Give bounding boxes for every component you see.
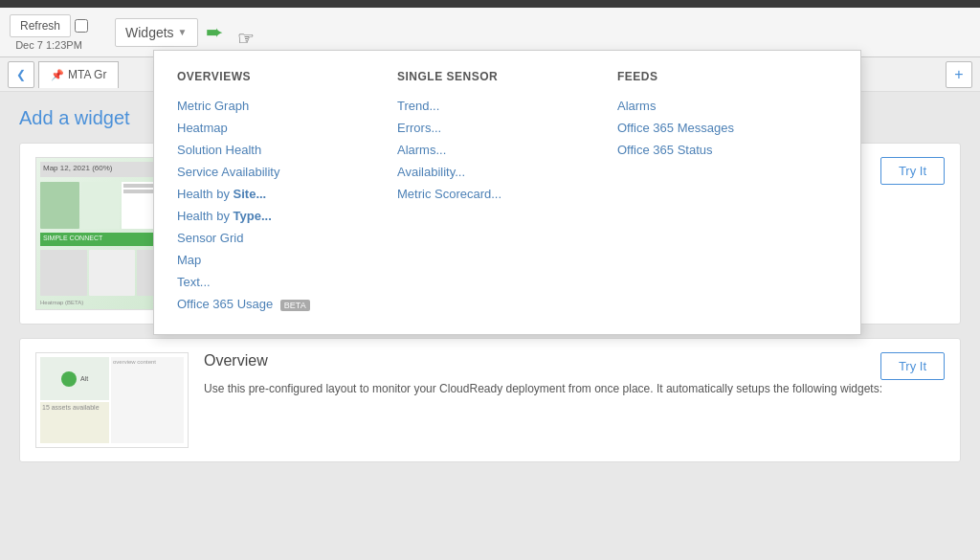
menu-item-text[interactable]: Text... (177, 271, 378, 293)
back-arrow-icon: ❮ (16, 68, 26, 81)
menu-item-errors[interactable]: Errors... (397, 117, 598, 139)
nav-tab-mta[interactable]: 📌 MTA Gr (38, 61, 119, 88)
widgets-label: Widgets (125, 25, 174, 40)
toolbar-checkbox[interactable] (75, 19, 88, 33)
refresh-area: Refresh (10, 14, 88, 37)
menu-item-availability[interactable]: Availability... (397, 161, 598, 183)
menu-item-health-by-site[interactable]: Health by Site... (177, 183, 378, 205)
timestamp: Dec 7 1:23PM (15, 39, 82, 51)
export-icon[interactable]: ➨ (206, 20, 223, 45)
overview-widget-title: Overview (204, 352, 268, 370)
menu-item-metric-graph[interactable]: Metric Graph (177, 95, 378, 117)
feeds-header: FEEDS (617, 70, 818, 83)
single-sensor-header: SINGLE SENSOR (397, 70, 598, 83)
overview-widget-info: Overview Try It Use this pre-configured … (204, 352, 945, 397)
nav-add-tab-button[interactable]: + (946, 61, 972, 88)
menu-item-health-by-type[interactable]: Health by Type... (177, 205, 378, 227)
menu-item-heatmap[interactable]: Heatmap (177, 117, 378, 139)
menu-item-solution-health[interactable]: Solution Health (177, 139, 378, 161)
widgets-dropdown-button[interactable]: Widgets ▼ (115, 18, 197, 47)
menu-item-office365-status[interactable]: Office 365 Status (617, 139, 818, 161)
pin-icon: 📌 (51, 69, 64, 81)
overview-description: Use this pre-configured layout to monito… (204, 380, 945, 397)
preview-try-it-button[interactable]: Try It (880, 157, 945, 185)
menu-item-alarms-sensor[interactable]: Alarms... (397, 139, 598, 161)
add-widget-title-text: Add a widget (19, 107, 130, 128)
overview-thumbnail: Alt 15 assets available overview content (35, 352, 189, 448)
nav-tab-label: MTA Gr (68, 68, 106, 81)
menu-item-sensor-grid[interactable]: Sensor Grid (177, 227, 378, 249)
menu-item-trend[interactable]: Trend... (397, 95, 598, 117)
top-bar (0, 0, 980, 8)
overviews-column: OVERVIEWS Metric Graph Heatmap Solution … (177, 70, 397, 315)
menu-item-office365-messages[interactable]: Office 365 Messages (617, 117, 818, 139)
beta-badge: BETA (280, 300, 310, 311)
dropdown-arrow-icon: ▼ (178, 27, 188, 37)
menu-item-service-availability[interactable]: Service Availability (177, 161, 378, 183)
menu-item-office365-usage[interactable]: Office 365 Usage BETA (177, 293, 378, 315)
overview-try-it-button[interactable]: Try It (880, 352, 945, 380)
refresh-button[interactable]: Refresh (10, 14, 71, 37)
overviews-header: OVERVIEWS (177, 70, 378, 83)
overview-widget-card: Alt 15 assets available overview content… (19, 338, 961, 462)
timestamp-area: Refresh Dec 7 1:23PM (10, 14, 88, 51)
menu-item-metric-scorecard[interactable]: Metric Scorecard... (397, 183, 598, 205)
menu-item-alarms-feed[interactable]: Alarms (617, 95, 818, 117)
widgets-dropdown-menu: OVERVIEWS Metric Graph Heatmap Solution … (153, 50, 861, 335)
nav-back-button[interactable]: ❮ (8, 61, 34, 88)
feeds-column: FEEDS Alarms Office 365 Messages Office … (617, 70, 837, 315)
single-sensor-column: SINGLE SENSOR Trend... Errors... Alarms.… (397, 70, 617, 315)
plus-icon: + (954, 66, 963, 83)
menu-item-map[interactable]: Map (177, 249, 378, 271)
